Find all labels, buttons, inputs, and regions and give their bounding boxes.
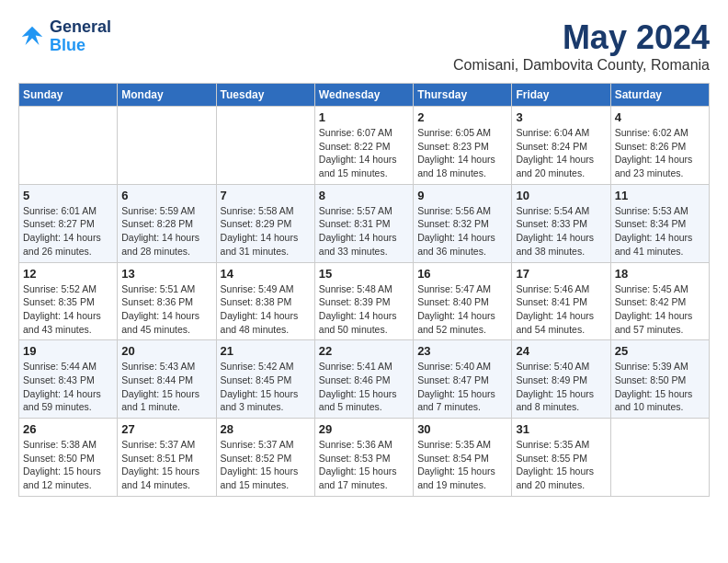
day-number: 15 — [319, 267, 409, 281]
day-cell: 24Sunrise: 5:40 AM Sunset: 8:49 PM Dayli… — [512, 340, 610, 419]
day-cell: 10Sunrise: 5:54 AM Sunset: 8:33 PM Dayli… — [512, 184, 610, 262]
day-cell: 7Sunrise: 5:58 AM Sunset: 8:29 PM Daylig… — [216, 184, 314, 262]
day-info: Sunrise: 5:38 AM Sunset: 8:50 PM Dayligh… — [23, 438, 113, 492]
weekday-header-saturday: Saturday — [610, 84, 709, 107]
day-cell: 27Sunrise: 5:37 AM Sunset: 8:51 PM Dayli… — [118, 419, 216, 497]
day-cell: 2Sunrise: 6:05 AM Sunset: 8:23 PM Daylig… — [414, 107, 512, 185]
day-info: Sunrise: 5:39 AM Sunset: 8:50 PM Dayligh… — [615, 360, 705, 414]
day-cell: 16Sunrise: 5:47 AM Sunset: 8:40 PM Dayli… — [414, 262, 512, 340]
day-info: Sunrise: 5:35 AM Sunset: 8:55 PM Dayligh… — [516, 438, 606, 492]
day-cell: 28Sunrise: 5:37 AM Sunset: 8:52 PM Dayli… — [216, 419, 314, 497]
day-info: Sunrise: 5:48 AM Sunset: 8:39 PM Dayligh… — [319, 282, 409, 337]
day-number: 22 — [319, 344, 409, 358]
day-number: 26 — [23, 422, 113, 436]
day-cell: 12Sunrise: 5:52 AM Sunset: 8:35 PM Dayli… — [19, 262, 118, 340]
day-cell: 20Sunrise: 5:43 AM Sunset: 8:44 PM Dayli… — [118, 340, 216, 419]
day-number: 12 — [23, 267, 113, 281]
weekday-header-sunday: Sunday — [19, 84, 118, 107]
day-number: 13 — [121, 267, 211, 281]
day-info: Sunrise: 6:01 AM Sunset: 8:27 PM Dayligh… — [23, 204, 113, 259]
day-number: 11 — [615, 189, 705, 202]
day-info: Sunrise: 6:07 AM Sunset: 8:22 PM Dayligh… — [319, 126, 409, 180]
header-area: General Blue May 2024 Comisani, Dambovit… — [18, 18, 710, 74]
day-number: 19 — [23, 344, 113, 358]
day-number: 20 — [121, 344, 211, 358]
day-info: Sunrise: 6:05 AM Sunset: 8:23 PM Dayligh… — [417, 126, 507, 180]
week-row-2: 5Sunrise: 6:01 AM Sunset: 8:27 PM Daylig… — [19, 184, 710, 262]
day-number: 6 — [121, 189, 211, 202]
day-number: 17 — [516, 267, 606, 281]
day-info: Sunrise: 5:43 AM Sunset: 8:44 PM Dayligh… — [121, 360, 211, 414]
day-info: Sunrise: 6:04 AM Sunset: 8:24 PM Dayligh… — [516, 126, 606, 180]
day-number: 8 — [319, 189, 409, 202]
day-info: Sunrise: 5:51 AM Sunset: 8:36 PM Dayligh… — [121, 282, 211, 337]
weekday-header-row: SundayMondayTuesdayWednesdayThursdayFrid… — [19, 84, 710, 107]
day-cell: 3Sunrise: 6:04 AM Sunset: 8:24 PM Daylig… — [512, 107, 610, 185]
day-number: 18 — [615, 267, 705, 281]
day-info: Sunrise: 5:37 AM Sunset: 8:51 PM Dayligh… — [121, 438, 211, 492]
day-cell: 29Sunrise: 5:36 AM Sunset: 8:53 PM Dayli… — [314, 419, 413, 497]
day-cell: 23Sunrise: 5:40 AM Sunset: 8:47 PM Dayli… — [414, 340, 512, 419]
weekday-header-monday: Monday — [118, 84, 216, 107]
week-row-3: 12Sunrise: 5:52 AM Sunset: 8:35 PM Dayli… — [19, 262, 710, 340]
day-cell: 4Sunrise: 6:02 AM Sunset: 8:26 PM Daylig… — [610, 107, 709, 185]
day-number: 5 — [23, 189, 113, 202]
day-cell — [19, 107, 118, 185]
day-info: Sunrise: 6:02 AM Sunset: 8:26 PM Dayligh… — [615, 126, 705, 180]
day-cell — [610, 419, 709, 497]
week-row-4: 19Sunrise: 5:44 AM Sunset: 8:43 PM Dayli… — [19, 340, 710, 419]
title-area: May 2024 Comisani, Dambovita County, Rom… — [453, 18, 710, 74]
logo-bird-icon — [18, 23, 46, 51]
day-number: 25 — [615, 344, 705, 358]
day-cell: 26Sunrise: 5:38 AM Sunset: 8:50 PM Dayli… — [19, 419, 118, 497]
day-info: Sunrise: 5:46 AM Sunset: 8:41 PM Dayligh… — [516, 282, 606, 337]
day-cell: 17Sunrise: 5:46 AM Sunset: 8:41 PM Dayli… — [512, 262, 610, 340]
day-cell: 18Sunrise: 5:45 AM Sunset: 8:42 PM Dayli… — [610, 262, 709, 340]
day-info: Sunrise: 5:44 AM Sunset: 8:43 PM Dayligh… — [23, 360, 113, 414]
day-info: Sunrise: 5:58 AM Sunset: 8:29 PM Dayligh… — [221, 204, 311, 259]
day-info: Sunrise: 5:37 AM Sunset: 8:52 PM Dayligh… — [221, 438, 311, 492]
weekday-header-friday: Friday — [512, 84, 610, 107]
day-number: 31 — [516, 422, 606, 436]
day-cell: 21Sunrise: 5:42 AM Sunset: 8:45 PM Dayli… — [216, 340, 314, 419]
month-title: May 2024 — [453, 18, 710, 57]
day-number: 7 — [221, 189, 311, 202]
day-cell — [118, 107, 216, 185]
day-number: 1 — [319, 110, 409, 124]
day-number: 24 — [516, 344, 606, 358]
day-cell: 13Sunrise: 5:51 AM Sunset: 8:36 PM Dayli… — [118, 262, 216, 340]
day-cell: 22Sunrise: 5:41 AM Sunset: 8:46 PM Dayli… — [314, 340, 413, 419]
day-number: 14 — [221, 267, 311, 281]
day-info: Sunrise: 5:41 AM Sunset: 8:46 PM Dayligh… — [319, 360, 409, 414]
day-info: Sunrise: 5:47 AM Sunset: 8:40 PM Dayligh… — [417, 282, 507, 337]
day-info: Sunrise: 5:53 AM Sunset: 8:34 PM Dayligh… — [615, 204, 705, 259]
day-info: Sunrise: 5:56 AM Sunset: 8:32 PM Dayligh… — [417, 204, 507, 259]
day-info: Sunrise: 5:35 AM Sunset: 8:54 PM Dayligh… — [417, 438, 507, 492]
day-cell: 11Sunrise: 5:53 AM Sunset: 8:34 PM Dayli… — [610, 184, 709, 262]
day-info: Sunrise: 5:40 AM Sunset: 8:49 PM Dayligh… — [516, 360, 606, 414]
day-number: 29 — [319, 422, 409, 436]
day-cell: 6Sunrise: 5:59 AM Sunset: 8:28 PM Daylig… — [118, 184, 216, 262]
day-cell: 19Sunrise: 5:44 AM Sunset: 8:43 PM Dayli… — [19, 340, 118, 419]
weekday-header-tuesday: Tuesday — [216, 84, 314, 107]
day-cell: 31Sunrise: 5:35 AM Sunset: 8:55 PM Dayli… — [512, 419, 610, 497]
day-cell: 30Sunrise: 5:35 AM Sunset: 8:54 PM Dayli… — [414, 419, 512, 497]
day-number: 2 — [417, 110, 507, 124]
day-cell: 5Sunrise: 6:01 AM Sunset: 8:27 PM Daylig… — [19, 184, 118, 262]
day-cell: 9Sunrise: 5:56 AM Sunset: 8:32 PM Daylig… — [414, 184, 512, 262]
weekday-header-wednesday: Wednesday — [314, 84, 413, 107]
day-cell: 14Sunrise: 5:49 AM Sunset: 8:38 PM Dayli… — [216, 262, 314, 340]
day-info: Sunrise: 5:40 AM Sunset: 8:47 PM Dayligh… — [417, 360, 507, 414]
day-info: Sunrise: 5:59 AM Sunset: 8:28 PM Dayligh… — [121, 204, 211, 259]
location-title: Comisani, Dambovita County, Romania — [453, 57, 710, 74]
day-number: 10 — [516, 189, 606, 202]
svg-marker-0 — [22, 27, 43, 45]
day-number: 4 — [615, 110, 705, 124]
calendar: SundayMondayTuesdayWednesdayThursdayFrid… — [18, 83, 710, 497]
day-number: 23 — [417, 344, 507, 358]
logo-text: General Blue — [50, 18, 111, 55]
day-info: Sunrise: 5:52 AM Sunset: 8:35 PM Dayligh… — [23, 282, 113, 337]
day-cell: 25Sunrise: 5:39 AM Sunset: 8:50 PM Dayli… — [610, 340, 709, 419]
day-number: 3 — [516, 110, 606, 124]
day-cell: 15Sunrise: 5:48 AM Sunset: 8:39 PM Dayli… — [314, 262, 413, 340]
